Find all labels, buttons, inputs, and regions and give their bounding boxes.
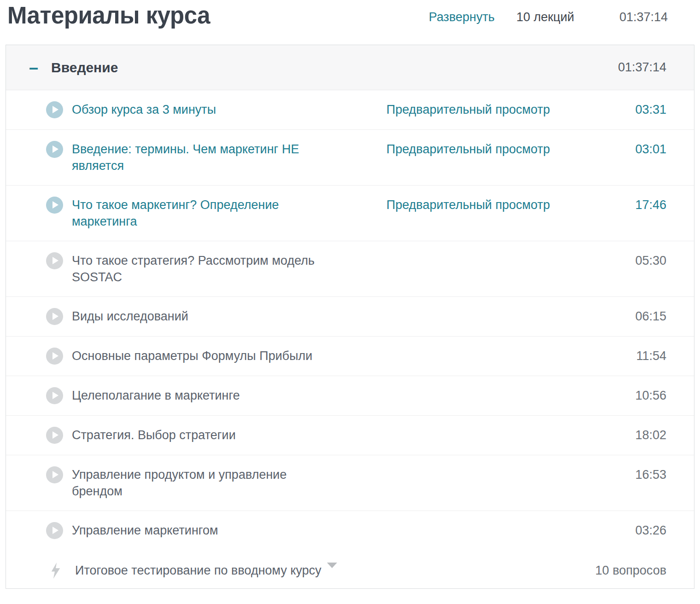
curriculum-summary: Развернуть 10 лекций 01:37:14 bbox=[429, 10, 668, 24]
caret-down-icon[interactable] bbox=[327, 563, 337, 576]
preview-badge[interactable]: Предварительный просмотр bbox=[330, 197, 574, 213]
lecture-title[interactable]: Что такое маркетинг? Определение маркети… bbox=[72, 197, 330, 230]
lecture-duration: 11:54 bbox=[574, 348, 666, 364]
lecture-row[interactable]: Управление продуктом и управление брендо… bbox=[6, 455, 694, 511]
play-icon bbox=[46, 348, 63, 365]
lecture-title[interactable]: Обзор курса за 3 минуты bbox=[72, 101, 330, 118]
play-icon bbox=[46, 197, 63, 214]
lecture-title[interactable]: Управление маркетингом bbox=[72, 522, 330, 539]
play-icon bbox=[46, 522, 63, 539]
lecture-title[interactable]: Стратегия. Выбор стратегии bbox=[72, 427, 330, 443]
lecture-title[interactable]: Виды исследований bbox=[72, 308, 330, 325]
lecture-duration: 16:53 bbox=[574, 466, 666, 483]
lecture-duration: 03:31 bbox=[574, 101, 666, 118]
preview-badge[interactable]: Предварительный просмотр bbox=[330, 101, 574, 118]
lecture-row[interactable]: Виды исследований 06:15 bbox=[6, 297, 694, 337]
total-duration: 01:37:14 bbox=[619, 10, 668, 24]
section-title: Введение bbox=[51, 60, 618, 76]
preview-badge[interactable]: Предварительный просмотр bbox=[330, 141, 574, 157]
expand-all-link[interactable]: Развернуть bbox=[429, 10, 495, 24]
lecture-row[interactable]: Основные параметры Формулы Прибыли 11:54 bbox=[6, 337, 694, 376]
lecture-duration: 05:30 bbox=[574, 252, 666, 269]
section-duration: 01:37:14 bbox=[618, 60, 666, 75]
lecture-title[interactable]: Целеполагание в маркетинге bbox=[72, 387, 330, 404]
lecture-row[interactable]: Введение: термины. Чем маркетинг НЕ явля… bbox=[6, 130, 694, 186]
lecture-row[interactable]: Управление маркетингом 03:26 bbox=[6, 511, 694, 550]
section-header-introduction[interactable]: – Введение 01:37:14 bbox=[6, 45, 694, 90]
play-icon bbox=[46, 101, 63, 118]
lecture-count: 10 лекций bbox=[516, 10, 574, 24]
page-title: Материалы курса bbox=[7, 3, 210, 29]
lecture-duration: 18:02 bbox=[574, 427, 666, 443]
play-icon bbox=[46, 141, 63, 158]
lecture-row[interactable]: Обзор курса за 3 минуты Предварительный … bbox=[6, 90, 694, 130]
curriculum-panel: – Введение 01:37:14 Обзор курса за 3 мин… bbox=[6, 45, 694, 589]
lecture-duration: 03:01 bbox=[574, 141, 666, 157]
quiz-questions-count: 10 вопросов bbox=[547, 562, 666, 579]
lecture-row[interactable]: Что такое стратегия? Рассмотрим модель S… bbox=[6, 241, 694, 297]
lecture-row[interactable]: Стратегия. Выбор стратегии 18:02 bbox=[6, 416, 694, 455]
play-icon bbox=[46, 252, 63, 269]
play-icon bbox=[46, 308, 63, 325]
lecture-list: Обзор курса за 3 минуты Предварительный … bbox=[6, 90, 694, 550]
curriculum-header: Материалы курса Развернуть 10 лекций 01:… bbox=[0, 0, 700, 45]
quiz-row[interactable]: Итоговое тестирование по вводному курсу … bbox=[6, 550, 694, 588]
course-materials-page: Материалы курса Развернуть 10 лекций 01:… bbox=[0, 0, 700, 604]
quiz-main: Итоговое тестирование по вводному курсу bbox=[75, 562, 547, 579]
lecture-title[interactable]: Управление продуктом и управление брендо… bbox=[72, 466, 330, 499]
lecture-row[interactable]: Что такое маркетинг? Определение маркети… bbox=[6, 186, 694, 241]
lecture-title[interactable]: Основные параметры Формулы Прибыли bbox=[72, 348, 330, 364]
play-icon bbox=[46, 466, 63, 483]
lecture-duration: 17:46 bbox=[574, 197, 666, 213]
lightning-icon bbox=[50, 562, 62, 579]
quiz-title[interactable]: Итоговое тестирование по вводному курсу bbox=[75, 563, 321, 577]
play-icon bbox=[46, 427, 63, 444]
minus-icon[interactable]: – bbox=[29, 59, 51, 76]
lecture-row[interactable]: Целеполагание в маркетинге 10:56 bbox=[6, 376, 694, 416]
lecture-title[interactable]: Введение: термины. Чем маркетинг НЕ явля… bbox=[72, 141, 330, 174]
play-icon bbox=[46, 387, 63, 404]
lecture-duration: 06:15 bbox=[574, 308, 666, 325]
lecture-duration: 10:56 bbox=[574, 387, 666, 404]
lecture-title[interactable]: Что такое стратегия? Рассмотрим модель S… bbox=[72, 252, 330, 285]
lecture-duration: 03:26 bbox=[574, 522, 666, 539]
